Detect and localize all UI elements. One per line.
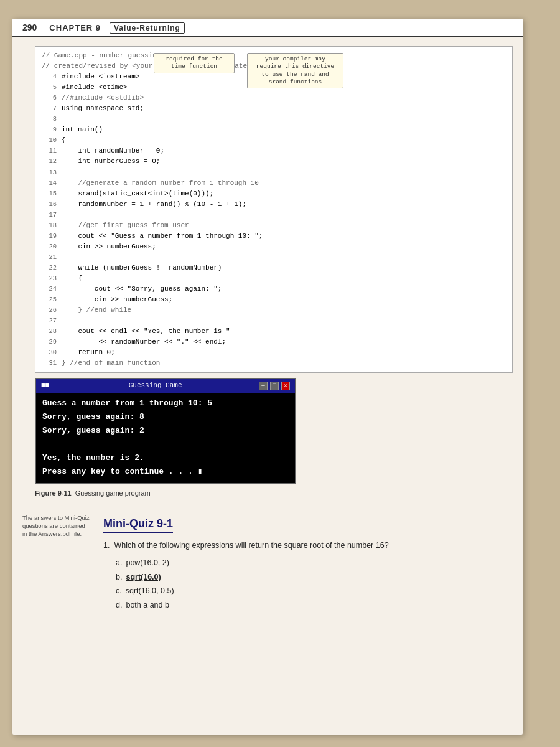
quiz-option-d: d. both a and b <box>116 598 503 613</box>
book-page: 290 CHAPTER 9 Value-Returning // Game.cp… <box>12 19 523 735</box>
code-line-7: 7 using namespace std; <box>42 103 506 114</box>
code-line-9: 9 int main() <box>42 125 506 135</box>
page-number: 290 <box>22 22 37 32</box>
code-line-16: 16 randomNumber = 1 + rand() % (10 - 1 +… <box>42 199 506 210</box>
code-line-14: 14 //generate a random number from 1 thr… <box>42 178 506 189</box>
option-label-a: a. <box>116 556 122 570</box>
figure-caption: Figure 9-11 Guessing game program <box>35 489 513 497</box>
quiz-option-b: b. sqrt(16.0) <box>116 570 503 585</box>
code-line-10: 10 { <box>42 135 506 146</box>
figure-label: Figure 9-11 <box>35 489 72 497</box>
code-line-31: 31 } //end of main function <box>42 358 506 369</box>
console-window: ■■ Guessing Game — □ ✕ Guess a number fr… <box>35 378 296 484</box>
code-line-11: 11 int randomNumber = 0; <box>42 146 506 156</box>
console-buttons: — □ ✕ <box>259 382 290 390</box>
console-line-6: Press any key to continue . . . ▮ <box>42 465 289 479</box>
code-line-18: 18 //get first guess from user <box>42 220 506 231</box>
code-line-21: 21 <box>42 252 506 263</box>
code-line-25: 25 cin >> numberGuess; <box>42 294 506 305</box>
code-container: // Game.cpp - number guessing game // cr… <box>35 46 513 484</box>
code-line-15: 15 srand(static_cast<int>(time(0))); <box>42 189 506 199</box>
chapter-header: 290 CHAPTER 9 Value-Returning <box>12 19 523 37</box>
code-line-29: 29 << randomNumber << "." << endl; <box>42 337 506 347</box>
console-icon: ■■ <box>41 380 49 392</box>
code-line-6: 6 //#include <cstdlib> <box>42 93 506 103</box>
quiz-question-1: 1. Which of the following expressions wi… <box>103 540 503 552</box>
code-line-23: 23 { <box>42 273 506 284</box>
section-divider <box>22 502 513 502</box>
console-line-2: Sorry, guess again: 8 <box>42 410 289 424</box>
mini-quiz-wrapper: The answers to Mini-Quiz questions are c… <box>12 514 523 613</box>
mini-quiz-title: Mini-Quiz 9-1 <box>103 517 173 533</box>
code-line-24: 24 cout << "Sorry, guess again: "; <box>42 284 506 294</box>
option-text-d: both a and b <box>126 598 169 613</box>
question-number: 1. <box>103 541 110 550</box>
code-line-17: 17 <box>42 210 506 220</box>
console-titlebar: ■■ Guessing Game — □ ✕ <box>36 379 295 393</box>
code-line-19: 19 cout << "Guess a number from 1 throug… <box>42 231 506 242</box>
code-block: // Game.cpp - number guessing game // cr… <box>35 46 513 373</box>
annotation-required-time: required for the time function <box>154 53 235 73</box>
console-title: Guessing Game <box>129 380 182 392</box>
console-line-1: Guess a number from 1 through 10: 5 <box>42 397 289 410</box>
figure-text: Guessing game program <box>75 489 151 497</box>
annotation-compiler: your compiler may require this directive… <box>247 53 343 88</box>
option-text-b: sqrt(16.0) <box>126 570 161 585</box>
console-line-4 <box>42 438 289 451</box>
code-line-8: 8 <box>42 114 506 125</box>
restore-btn[interactable]: □ <box>270 382 279 390</box>
quiz-options: a. pow(16.0, 2) b. sqrt(16.0) c. sqrt(16… <box>116 556 503 612</box>
close-btn[interactable]: ✕ <box>281 382 290 390</box>
code-line-27: 27 <box>42 316 506 326</box>
option-label-d: d. <box>116 598 122 613</box>
console-body: Guess a number from 1 through 10: 5 Sorr… <box>36 393 295 483</box>
console-line-3: Sorry, guess again: 2 <box>42 424 289 438</box>
code-line-28: 28 cout << endl << "Yes, the number is " <box>42 326 506 337</box>
minimize-btn[interactable]: — <box>259 382 268 390</box>
option-label-b: b. <box>116 570 122 585</box>
section-label: Value-Returning <box>110 22 185 34</box>
code-line-13: 13 <box>42 167 506 178</box>
option-text-a: pow(16.0, 2) <box>126 556 169 570</box>
code-line-26: 26 } //end while <box>42 305 506 316</box>
code-line-12: 12 int numberGuess = 0; <box>42 156 506 167</box>
quiz-option-a: a. pow(16.0, 2) <box>116 556 503 570</box>
code-line-22: 22 while (numberGuess != randomNumber) <box>42 263 506 273</box>
option-text-c: sqrt(16.0, 0.5) <box>126 584 174 598</box>
chapter-title: CHAPTER 9 Value-Returning <box>49 23 185 32</box>
code-line-30: 30 return 0; <box>42 347 506 358</box>
mini-quiz-section: Mini-Quiz 9-1 1. Which of the following … <box>22 514 513 613</box>
quiz-option-c: c. sqrt(16.0, 0.5) <box>116 584 503 598</box>
content-area: // Game.cpp - number guessing game // cr… <box>12 37 523 514</box>
code-line-20: 20 cin >> numberGuess; <box>42 242 506 252</box>
console-line-5: Yes, the number is 2. <box>42 451 289 465</box>
question-text: Which of the following expressions will … <box>114 541 388 550</box>
option-label-c: c. <box>116 584 122 598</box>
